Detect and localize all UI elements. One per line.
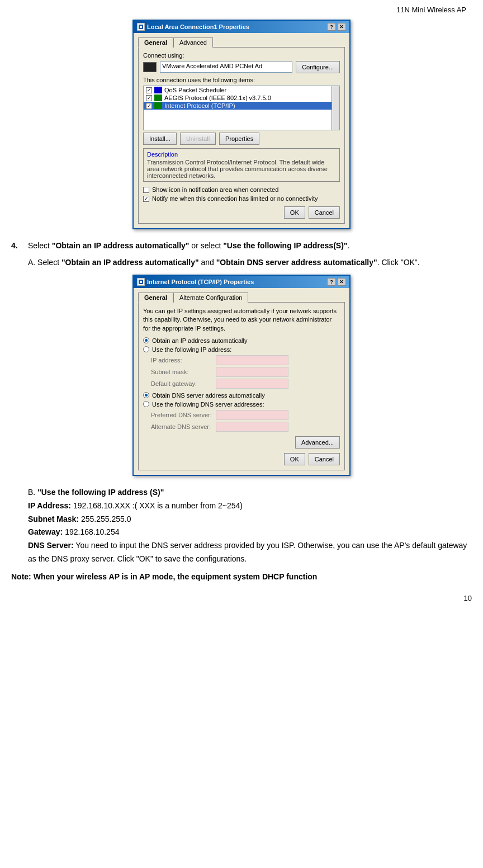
- items-label: This connection uses the following items…: [143, 77, 340, 83]
- dialog1-ok-cancel: OK Cancel: [143, 206, 340, 219]
- checkbox-1[interactable]: [146, 95, 152, 101]
- notify-limited-checkbox[interactable]: [143, 196, 149, 202]
- dialog1-action-btns: Install... Uninstall Properties: [143, 133, 340, 145]
- description-title: Description: [147, 151, 336, 158]
- radio-dns-auto[interactable]: Obtain DNS server address automatically: [143, 392, 340, 399]
- sub-b-dns: DNS Server: You need to input the DNS se…: [28, 539, 472, 566]
- sub-b-section: B. "Use the following IP address (S)" IP…: [28, 486, 472, 566]
- radio-btn-2[interactable]: [143, 346, 149, 352]
- adapter-icon: [143, 62, 157, 72]
- radio2-label: Use the following IP address:: [152, 346, 231, 353]
- step4-item: 4. Select "Obtain an IP address automati…: [11, 239, 472, 252]
- alternate-dns-label: Alternate DNS server:: [151, 423, 212, 430]
- dialog1-tabs: General Advanced: [138, 37, 345, 48]
- dialog1-tab-content: Connect using: VMware Accelerated AMD PC…: [138, 47, 345, 224]
- sub-a-bold1: "Obtain an IP address automatically": [61, 258, 199, 267]
- dialog2-tab-general[interactable]: General: [138, 293, 173, 303]
- uninstall-btn[interactable]: Uninstall: [180, 133, 216, 145]
- step4-text1: Select: [28, 241, 52, 250]
- dialog1-close-btn[interactable]: ✕: [337, 23, 346, 31]
- page-number: 10: [11, 594, 472, 602]
- radio1-label: Obtain an IP address automatically: [152, 337, 247, 344]
- install-btn[interactable]: Install...: [143, 133, 177, 145]
- ip-address-bold: IP Address:: [28, 501, 71, 510]
- note-section: Note: When your wireless AP is in AP mod…: [11, 570, 472, 583]
- checkbox1-label: Show icon in notification area when conn…: [152, 186, 278, 193]
- dns-bold: DNS Server:: [28, 541, 74, 550]
- dialog2-tab-content: You can get IP settings assigned automat…: [138, 302, 345, 470]
- ip-fields: IP address: Subnet mask: Default gateway…: [151, 355, 340, 389]
- dialog2-close-btn[interactable]: ✕: [337, 278, 346, 286]
- radio-use-following-dns[interactable]: Use the following DNS server addresses:: [143, 401, 340, 408]
- default-gateway-input: [216, 379, 288, 389]
- dialog1-tab-general[interactable]: General: [138, 37, 173, 48]
- listbox-scrollbar[interactable]: [332, 86, 339, 130]
- item-icon-0: [154, 87, 162, 93]
- sub-b-gateway: Gateway: 192.168.10.254: [28, 526, 472, 539]
- dialog1-cancel-btn[interactable]: Cancel: [309, 206, 340, 219]
- dialog2-cancel-btn[interactable]: Cancel: [309, 453, 340, 465]
- list-item-2[interactable]: Internet Protocol (TCP/IP): [144, 102, 332, 110]
- dialog1-wrapper: Local Area Connection1 Properties ? ✕ Ge…: [11, 20, 472, 229]
- checkbox-2[interactable]: [146, 103, 152, 109]
- dialog2-title: Internet Protocol (TCP/IP) Properties: [147, 279, 254, 285]
- dialog1-titlebar-buttons: ? ✕: [327, 23, 346, 31]
- dialog1-titlebar: Local Area Connection1 Properties ? ✕: [134, 21, 349, 33]
- sub-b-ip: IP Address: 192.168.10.XXX :( XXX is a n…: [28, 499, 472, 513]
- dialog1-tab-advanced[interactable]: Advanced: [173, 37, 213, 48]
- adapter-row: VMware Accelerated AMD PCNet Ad Configur…: [143, 61, 340, 73]
- listbox-items: QoS Packet Scheduler AEGIS Protocol (IEE…: [144, 86, 332, 130]
- checkbox2-label: Notify me when this connection has limit…: [152, 195, 318, 202]
- advanced-btn[interactable]: Advanced...: [295, 436, 340, 449]
- connect-using-label: Connect using:: [143, 52, 340, 59]
- description-box: Description Transmission Control Protoco…: [143, 148, 340, 182]
- checkbox-0[interactable]: [146, 87, 152, 93]
- list-item-0[interactable]: QoS Packet Scheduler: [144, 86, 332, 94]
- dialog2-tab-alternate[interactable]: Alternate Configuration: [173, 293, 249, 303]
- step4-text2: or select: [189, 241, 223, 250]
- list-item-1[interactable]: AEGIS Protocol (IEEE 802.1x) v3.7.5.0: [144, 94, 332, 102]
- page-title: 11N Mini Wireless AP: [396, 6, 466, 14]
- listbox-inner: QoS Packet Scheduler AEGIS Protocol (IEE…: [144, 86, 339, 130]
- sub-b-bold1: "Use the following IP address (S)": [37, 488, 164, 497]
- step4-text3: .: [347, 241, 349, 250]
- dialog1-help-btn[interactable]: ?: [327, 23, 336, 31]
- notify-icon-checkbox[interactable]: [143, 187, 149, 193]
- sub-a-label: A. Select: [28, 258, 61, 267]
- gateway-bold: Gateway:: [28, 527, 63, 536]
- dialog2-tabs: General Alternate Configuration: [138, 293, 345, 303]
- dialog1-body: General Advanced Connect using: VMware A…: [134, 33, 349, 228]
- step4-text: Select "Obtain an IP address automatical…: [28, 239, 349, 252]
- item-label-0: QoS Packet Scheduler: [164, 87, 226, 93]
- sub-a-bold2: "Obtain DNS server address automatically…: [216, 258, 377, 267]
- radio-use-following-ip[interactable]: Use the following IP address:: [143, 346, 340, 353]
- subnet-mask-label: Subnet mask:: [151, 369, 212, 375]
- dialog2-wrapper: Internet Protocol (TCP/IP) Properties ? …: [11, 275, 472, 476]
- radio-obtain-auto[interactable]: Obtain an IP address automatically: [143, 337, 340, 344]
- local-area-connection-dialog: Local Area Connection1 Properties ? ✕ Ge…: [132, 20, 351, 229]
- radio-btn-3[interactable]: [143, 392, 149, 398]
- preferred-dns-label: Preferred DNS server:: [151, 412, 212, 418]
- ip-address-val: 192.168.10.XXX :( XXX is a number from 2…: [73, 501, 243, 510]
- properties-btn[interactable]: Properties: [219, 133, 259, 145]
- page-header: 11N Mini Wireless AP: [11, 6, 472, 14]
- radio-btn-1[interactable]: [143, 337, 149, 343]
- radio-btn-4[interactable]: [143, 401, 149, 407]
- subnet-mask-bold: Subnet Mask:: [28, 515, 79, 523]
- adapter-name: VMware Accelerated AMD PCNet Ad: [160, 62, 292, 73]
- dialog2-ok-btn[interactable]: OK: [284, 453, 305, 465]
- item-label-2: Internet Protocol (TCP/IP): [164, 102, 235, 109]
- dns-fields: Preferred DNS server: Alternate DNS serv…: [151, 410, 340, 432]
- dialog2-intro: You can get IP settings assigned automat…: [143, 307, 340, 333]
- radio4-label: Use the following DNS server addresses:: [152, 401, 264, 408]
- subnet-mask-val: 255.255.255.0: [81, 515, 131, 523]
- configure-btn[interactable]: Configure...: [296, 61, 340, 73]
- advanced-btn-row: Advanced...: [143, 436, 340, 449]
- items-listbox: QoS Packet Scheduler AEGIS Protocol (IEE…: [143, 86, 340, 130]
- dns-text: You need to input the DNS server address…: [28, 541, 467, 563]
- subnet-mask-input: [216, 367, 288, 377]
- tcpip-dialog: Internet Protocol (TCP/IP) Properties ? …: [132, 275, 351, 476]
- dialog1-ok-btn[interactable]: OK: [284, 206, 305, 219]
- dialog2-help-btn[interactable]: ?: [327, 278, 336, 286]
- checkbox-row-2: Notify me when this connection has limit…: [143, 195, 340, 202]
